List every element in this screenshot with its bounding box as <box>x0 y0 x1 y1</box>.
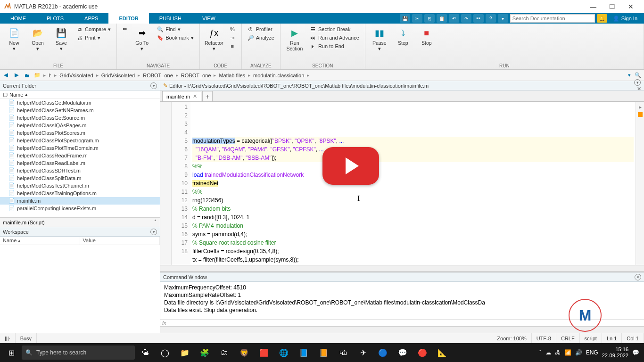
qat-copy-icon[interactable]: ⎘ <box>424 14 435 23</box>
tab-publish[interactable]: PUBLISH <box>149 13 192 24</box>
name-column-header[interactable]: ▢ Name ▴ <box>0 90 160 99</box>
new-button[interactable]: 📄New▾ <box>4 25 25 52</box>
word-icon[interactable]: 📘 <box>294 343 313 362</box>
qat-help-icon[interactable]: ? <box>486 14 496 23</box>
stop-button[interactable]: ■Stop <box>416 25 437 47</box>
matlab-taskbar-icon[interactable]: 📐 <box>433 343 452 362</box>
notifications-icon[interactable]: 🔔 <box>597 14 607 23</box>
brave-icon[interactable]: 🦁 <box>235 343 254 362</box>
search-documentation-input[interactable] <box>510 14 595 23</box>
path-browse-button[interactable]: 📁 <box>33 71 41 80</box>
tab-home[interactable]: HOME <box>0 13 36 24</box>
file-row[interactable]: 📄helperModClassGetNNFrames.m <box>0 107 160 114</box>
taskbar-search[interactable]: 🔍Type here to search <box>22 346 135 360</box>
file-row[interactable]: 📄parallelComputingLicenseExists.m <box>0 205 160 212</box>
command-h-scrollbar[interactable] <box>160 326 644 333</box>
code-area[interactable]: I modulationTypes = categorical(["BPSK",… <box>190 102 636 265</box>
qat-save-icon[interactable]: 💾 <box>400 14 410 23</box>
comment-button[interactable]: % <box>227 25 238 33</box>
qat-switch-icon[interactable]: ☷ <box>473 14 484 23</box>
qat-undo-icon[interactable]: ↶ <box>449 14 459 23</box>
explorer-icon[interactable]: 📁 <box>175 343 194 362</box>
profiler-button[interactable]: ⏱Profiler <box>246 25 276 33</box>
refactor-button[interactable]: ƒxRefactor▾ <box>204 25 224 52</box>
file-row[interactable]: 📄helperModClassTrainingOptions.m <box>0 189 160 197</box>
minimize-button[interactable]: — <box>584 0 603 13</box>
goto-button[interactable]: ➡Go To▾ <box>132 25 152 52</box>
path-fwd-button[interactable]: ⯈ <box>12 71 21 80</box>
save-button[interactable]: 💾Save▾ <box>51 25 72 52</box>
editor-menu-button[interactable]: ▾ <box>634 79 641 86</box>
network-icon[interactable]: 🖧 <box>555 349 561 356</box>
crumb-6[interactable]: modulatin-classication <box>252 73 305 78</box>
bookmark-button[interactable]: 🔖Bookmark ▾ <box>155 34 196 41</box>
crumb-0[interactable]: I: <box>48 73 52 78</box>
file-row[interactable]: 📄helperModClassSplitData.m <box>0 174 160 182</box>
tab-plots[interactable]: PLOTS <box>36 13 74 24</box>
qat-more-icon[interactable]: ▾ <box>498 14 508 23</box>
powerpoint-icon[interactable]: 📙 <box>314 343 333 362</box>
file-row[interactable]: 📄mainfile.m <box>0 197 160 205</box>
status-eol[interactable]: CRLF <box>556 333 580 343</box>
app-icon-3[interactable]: 🟥 <box>255 343 273 362</box>
compare-button[interactable]: ⧉Compare ▾ <box>74 25 113 33</box>
whatsapp-icon[interactable]: 💬 <box>393 343 412 362</box>
start-button[interactable]: ⊞ <box>2 343 21 362</box>
open-button[interactable]: 📂Open▾ <box>27 25 48 52</box>
file-row[interactable]: 📄helperModClassReadFrame.m <box>0 152 160 159</box>
format-button[interactable]: ≡ <box>227 42 238 50</box>
file-row[interactable]: 📄helperModClassTestChannel.m <box>0 182 160 189</box>
path-up-button[interactable]: 🖿 <box>23 71 31 80</box>
app-icon-2[interactable]: 🗂 <box>215 343 234 362</box>
tab-apps[interactable]: APPS <box>74 13 108 24</box>
path-search-button[interactable]: 🔍 <box>634 71 642 80</box>
file-row[interactable]: 📄helperModClassPlotTimeDomain.m <box>0 144 160 152</box>
print-button[interactable]: 🖨Print ▾ <box>74 34 113 41</box>
crumb-3[interactable]: ROBOT_one <box>142 73 174 78</box>
file-row[interactable]: 📄helperModClassGetModulator.m <box>0 99 160 107</box>
editor-tab-mainfile[interactable]: mainfile.m✕ <box>162 91 201 101</box>
tab-editor[interactable]: EDITOR <box>108 13 149 24</box>
find-button[interactable]: 🔍Find ▾ <box>155 25 196 33</box>
store-icon[interactable]: 🛍 <box>334 343 353 362</box>
workspace-menu-button[interactable]: ▾ <box>150 229 157 235</box>
pause-button[interactable]: ▮▮Pause▾ <box>369 25 390 52</box>
telegram-icon[interactable]: ✈ <box>354 343 372 362</box>
editor-h-scrollbar[interactable] <box>160 265 644 272</box>
status-encoding[interactable]: UTF-8 <box>532 333 556 343</box>
section-break-button[interactable]: ☰Section Break <box>308 25 361 33</box>
file-row[interactable]: 📄helperModClassGetSource.m <box>0 114 160 122</box>
ws-col-value[interactable]: Value <box>80 237 160 245</box>
maximize-button[interactable]: ☐ <box>603 0 621 13</box>
nav-back-button[interactable]: ⬅ <box>121 25 129 33</box>
editor-add-tab-button[interactable]: + <box>202 91 213 101</box>
crumb-1[interactable]: GridVsisolated <box>58 73 94 78</box>
panel-menu-button[interactable]: ▾ <box>150 82 157 89</box>
tab-view[interactable]: VIEW <box>192 13 226 24</box>
qat-redo-icon[interactable]: ↷ <box>461 14 471 23</box>
wifi-icon[interactable]: 📶 <box>564 349 571 356</box>
command-menu-button[interactable]: ▾ <box>635 274 641 280</box>
warning-marker-icon[interactable] <box>638 112 643 117</box>
file-row[interactable]: 📄helperModClassSDRTest.m <box>0 167 160 174</box>
indent-button[interactable]: ⇥ <box>227 34 238 41</box>
edge-icon[interactable]: 🌐 <box>274 343 293 362</box>
task-view-icon[interactable]: ◯ <box>156 343 174 362</box>
status-zoom[interactable]: Zoom: 100% <box>492 333 531 343</box>
run-to-end-button[interactable]: ⏵Run to End <box>308 42 361 50</box>
ws-col-name[interactable]: Name ▴ <box>0 237 80 245</box>
recorder-icon[interactable]: 🔴 <box>413 343 432 362</box>
language-indicator[interactable]: ENG <box>586 349 598 356</box>
sign-in-button[interactable]: 👤Sign In <box>609 16 641 22</box>
qat-cut-icon[interactable]: ✂ <box>412 14 422 23</box>
code-analyzer-strip[interactable]: ▸ <box>636 102 644 265</box>
close-button[interactable]: ✕ <box>621 0 640 13</box>
path-back-button[interactable]: ⯇ <box>2 71 10 80</box>
fold-gutter[interactable] <box>160 102 172 265</box>
sound-icon[interactable]: 🔊 <box>575 349 582 356</box>
analyze-button[interactable]: 🔎Analyze <box>246 34 276 41</box>
file-row[interactable]: 📄helperModClassIQAsPages.m <box>0 122 160 129</box>
weather-icon[interactable]: 🌤 <box>136 343 155 362</box>
tab-close-icon[interactable]: ✕ <box>193 93 197 99</box>
crumb-5[interactable]: Matlab files <box>218 73 246 78</box>
